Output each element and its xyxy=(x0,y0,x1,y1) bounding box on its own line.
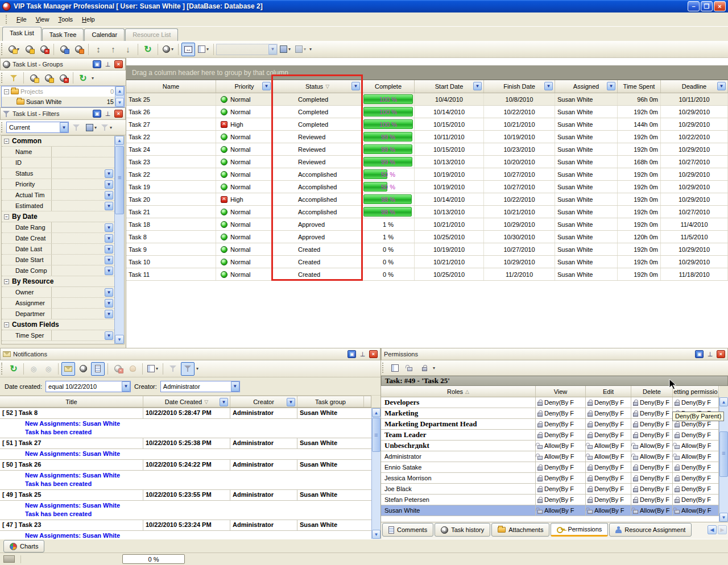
delete-task-button[interactable] xyxy=(37,43,51,56)
notifications-pin-icon[interactable]: ⊥ xyxy=(358,350,367,358)
column-header-start-date[interactable]: Start Date▼ xyxy=(415,80,484,93)
chevron-down-icon[interactable]: ▼ xyxy=(268,44,277,55)
column-header-view[interactable]: View xyxy=(536,386,586,397)
filter-item-date-comp[interactable]: Date Comp▼ xyxy=(2,265,114,276)
filter-item-name[interactable]: Name xyxy=(2,147,114,157)
scroll-down-icon[interactable]: ▼ xyxy=(115,98,124,107)
permission-edit-cell[interactable]: Deny(By F xyxy=(586,397,631,408)
chevron-down-icon[interactable]: ▾ xyxy=(206,47,209,52)
lock-button[interactable] xyxy=(417,361,431,375)
permission-delete-cell[interactable]: Allow(By F xyxy=(631,451,673,462)
move-task-button[interactable]: ↕ xyxy=(92,43,105,56)
filter-item-assignmer[interactable]: Assignmer▼ xyxy=(2,298,114,309)
clear-view-button[interactable]: ▾ xyxy=(293,43,308,56)
detail-tab-permissions[interactable]: Permissions xyxy=(551,523,608,537)
section-collapse-icon[interactable]: − xyxy=(4,322,9,327)
filter-item-departmer[interactable]: Departmer▼ xyxy=(2,309,114,319)
detail-tab-task-history[interactable]: Task history xyxy=(435,523,490,537)
theme-button[interactable]: ▾ xyxy=(161,43,175,56)
permission-edit-cell[interactable]: Deny(By F xyxy=(586,495,631,505)
task-row[interactable]: Task 19NormalAccomplished50 %10/19/20101… xyxy=(126,181,728,193)
permission-setting-cell[interactable]: Deny(By F xyxy=(673,473,719,483)
column-filter-icon[interactable]: ▼ xyxy=(262,82,271,90)
notification-row[interactable]: [ 50 ] Task 2610/22/2010 5:24:22 PMAdmin… xyxy=(0,460,371,471)
permission-setting-cell[interactable]: Allow(By F xyxy=(673,505,719,516)
task-row[interactable]: Task 26NormalCompleted100 %10/14/201010/… xyxy=(126,106,728,118)
fit-width-button[interactable] xyxy=(181,43,195,56)
notifications-scrollbar[interactable]: ▲ ▼ xyxy=(371,408,380,539)
mark-unread-button[interactable]: ◎ xyxy=(42,362,55,376)
permissions-pin-icon[interactable]: ⊥ xyxy=(706,350,714,358)
permission-edit-cell[interactable]: Allow(By F xyxy=(586,441,631,451)
new-group-button[interactable] xyxy=(27,71,40,85)
show-task-updated-button[interactable] xyxy=(76,362,90,376)
filter-section-custom-fields[interactable]: −Custom Fields xyxy=(2,319,114,330)
permission-row[interactable]: Jessica MorrisonDeny(By FDeny(By FDeny(B… xyxy=(381,473,719,484)
update-task-button[interactable] xyxy=(72,43,85,56)
section-collapse-icon[interactable]: − xyxy=(4,214,9,219)
filter-item-date-creat[interactable]: Date Creat▼ xyxy=(2,233,114,244)
column-header-priority[interactable]: Priority▼ xyxy=(216,80,273,93)
column-header-edit[interactable]: Edit xyxy=(586,386,631,397)
show-manual-button[interactable] xyxy=(126,362,139,376)
permission-setting-cell[interactable]: Deny(By F xyxy=(673,495,719,505)
refresh-button[interactable]: ↻ xyxy=(141,43,155,56)
column-filter-icon[interactable]: ▼ xyxy=(544,82,553,90)
permission-delete-cell[interactable]: Deny(By F xyxy=(631,430,673,440)
group-filter-button[interactable] xyxy=(7,71,20,85)
refresh-button[interactable]: ↻ xyxy=(7,362,20,376)
group-by-bar[interactable]: Drag a column header here to group by th… xyxy=(126,65,728,80)
column-header-date-created[interactable]: Date Created▽▼ xyxy=(143,396,230,407)
scrollbar-thumb[interactable] xyxy=(115,146,124,214)
view-options-button[interactable]: ▾ xyxy=(146,362,160,376)
chevron-down-icon[interactable]: ▼ xyxy=(105,169,113,178)
permission-delete-cell[interactable]: Allow(By F xyxy=(631,441,673,451)
tree-node-susan-white[interactable]: Susan White15 xyxy=(2,97,124,107)
chevron-down-icon[interactable]: ▼ xyxy=(105,310,113,318)
column-header-deadline[interactable]: Deadline▼ xyxy=(661,80,728,93)
clear-filter-button[interactable]: ▾ xyxy=(100,121,114,134)
filter-item-estimated[interactable]: Estimated▼ xyxy=(2,201,114,211)
filter-preset-combo[interactable]: Current ▼ xyxy=(6,122,69,133)
chevron-down-icon[interactable]: ▼ xyxy=(105,256,113,264)
task-row[interactable]: Task 9NormalCreated0 %10/19/201010/27/20… xyxy=(126,243,728,256)
column-header-complete[interactable]: Complete xyxy=(362,80,415,93)
move-down-button[interactable]: ↓ xyxy=(121,43,135,56)
task-row[interactable]: Task 10NormalCreated0 %10/21/201010/29/2… xyxy=(126,256,728,268)
notification-row[interactable]: [ 52 ] Task 810/22/2010 5:28:47 PMAdmini… xyxy=(0,408,371,419)
groups-pin-icon[interactable]: ⊥ xyxy=(104,60,112,68)
permission-view-cell[interactable]: Deny(By F xyxy=(536,419,586,429)
date-created-combo[interactable]: equal 10/22/2010 ▼ xyxy=(46,381,131,392)
scrollbar-thumb[interactable] xyxy=(719,431,728,477)
permission-edit-cell[interactable]: Deny(By F xyxy=(586,462,631,472)
notifications-restore-icon[interactable]: ▣ xyxy=(348,350,356,358)
notification-row[interactable]: [ 51 ] Task 2710/22/2010 5:25:38 PMAdmin… xyxy=(0,438,371,449)
filter-section-by-date[interactable]: −By Date xyxy=(2,211,114,222)
new-task-button[interactable]: ▾ xyxy=(7,43,21,56)
permission-row[interactable]: Team LeaderDeny(By FDeny(By FDeny(By FDe… xyxy=(381,430,719,441)
permission-setting-cell[interactable]: Deny(By F xyxy=(673,462,719,472)
notification-row[interactable]: [ 47 ] Task 2310/22/2010 5:23:24 PMAdmin… xyxy=(0,520,371,531)
complete-task-button[interactable] xyxy=(57,43,71,56)
permission-view-cell[interactable]: Deny(By F xyxy=(536,430,586,440)
permission-edit-cell[interactable]: Deny(By F xyxy=(586,430,631,440)
groups-restore-icon[interactable]: ▣ xyxy=(93,60,101,68)
permissions-restore-icon[interactable]: ▣ xyxy=(695,350,704,358)
column-header-title[interactable]: Title xyxy=(0,396,143,407)
copy-permissions-button[interactable] xyxy=(388,361,402,375)
chevron-down-icon[interactable]: ▼ xyxy=(105,191,113,200)
permission-row[interactable]: Joe BlackDeny(By FDeny(By FDeny(By FDeny… xyxy=(381,484,719,495)
column-header-assigned[interactable]: Assigned▼ xyxy=(555,80,618,93)
permission-view-cell[interactable]: Allow(By F xyxy=(536,505,586,516)
permission-delete-cell[interactable]: Deny(By F xyxy=(631,419,673,429)
toolbar-overflow-icon[interactable]: ▾ xyxy=(309,47,312,52)
task-row[interactable]: Task 22NormalAccomplished50 %10/19/20101… xyxy=(126,168,728,181)
permission-view-cell[interactable]: Deny(By F xyxy=(536,462,586,472)
scroll-right-icon[interactable]: ▶ xyxy=(718,525,727,534)
scroll-down-icon[interactable]: ▼ xyxy=(372,530,380,539)
scroll-down-icon[interactable]: ▼ xyxy=(115,335,124,344)
task-row[interactable]: Task 22NormalReviewed99 %10/11/201010/19… xyxy=(126,131,728,143)
filter-item-date-last[interactable]: Date Last▼ xyxy=(2,244,114,255)
column-filter-icon[interactable]: ▼ xyxy=(220,398,228,406)
scrollbar-thumb[interactable] xyxy=(372,418,380,452)
